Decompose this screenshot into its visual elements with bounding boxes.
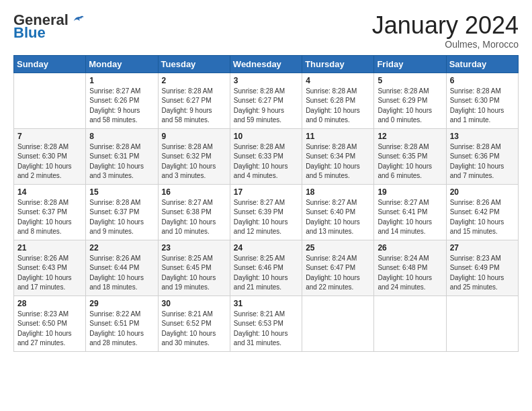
calendar-body: 1Sunrise: 8:27 AM Sunset: 6:26 PM Daylig… (14, 73, 519, 351)
calendar-cell: 10Sunrise: 8:28 AM Sunset: 6:33 PM Dayli… (230, 128, 302, 184)
calendar-cell: 5Sunrise: 8:28 AM Sunset: 6:29 PM Daylig… (374, 73, 446, 128)
calendar-cell: 21Sunrise: 8:26 AM Sunset: 6:43 PM Dayli… (14, 240, 86, 295)
day-number: 10 (234, 132, 298, 141)
page: General Blue January 2024 Oulmes, Morocc… (0, 0, 532, 359)
cell-content: Sunrise: 8:28 AM Sunset: 6:33 PM Dayligh… (234, 142, 298, 181)
calendar-cell (374, 295, 446, 351)
calendar-week-4: 21Sunrise: 8:26 AM Sunset: 6:43 PM Dayli… (14, 240, 519, 295)
calendar-cell: 25Sunrise: 8:24 AM Sunset: 6:47 PM Dayli… (302, 240, 374, 295)
cell-content: Sunrise: 8:27 AM Sunset: 6:38 PM Dayligh… (162, 198, 226, 237)
calendar-cell: 7Sunrise: 8:28 AM Sunset: 6:30 PM Daylig… (14, 128, 86, 184)
day-number: 3 (234, 76, 298, 85)
day-number: 27 (450, 243, 515, 253)
cell-content: Sunrise: 8:22 AM Sunset: 6:51 PM Dayligh… (89, 310, 154, 349)
day-number: 24 (234, 243, 298, 253)
header-friday: Friday (374, 55, 446, 73)
day-number: 26 (378, 243, 442, 253)
calendar-cell: 29Sunrise: 8:22 AM Sunset: 6:51 PM Dayli… (86, 295, 158, 351)
day-number: 25 (306, 243, 370, 253)
day-number: 18 (306, 187, 370, 197)
cell-content: Sunrise: 8:27 AM Sunset: 6:40 PM Dayligh… (306, 198, 370, 237)
calendar-week-2: 7Sunrise: 8:28 AM Sunset: 6:30 PM Daylig… (14, 128, 519, 184)
calendar-week-1: 1Sunrise: 8:27 AM Sunset: 6:26 PM Daylig… (14, 73, 519, 128)
cell-content: Sunrise: 8:26 AM Sunset: 6:43 PM Dayligh… (17, 254, 82, 293)
cell-content: Sunrise: 8:27 AM Sunset: 6:39 PM Dayligh… (234, 198, 298, 237)
cell-content: Sunrise: 8:28 AM Sunset: 6:37 PM Dayligh… (89, 198, 154, 237)
calendar-cell: 23Sunrise: 8:25 AM Sunset: 6:45 PM Dayli… (158, 240, 230, 295)
calendar-cell: 14Sunrise: 8:28 AM Sunset: 6:37 PM Dayli… (14, 184, 86, 240)
calendar-cell: 2Sunrise: 8:28 AM Sunset: 6:27 PM Daylig… (158, 73, 230, 128)
title-block: January 2024 Oulmes, Morocco (372, 12, 519, 50)
cell-content: Sunrise: 8:28 AM Sunset: 6:27 PM Dayligh… (234, 87, 298, 126)
logo: General Blue (13, 12, 85, 40)
logo-bird-icon (70, 12, 85, 27)
calendar-cell: 13Sunrise: 8:28 AM Sunset: 6:36 PM Dayli… (446, 128, 518, 184)
header-sunday: Sunday (14, 55, 86, 73)
calendar-cell (446, 295, 518, 351)
cell-content: Sunrise: 8:21 AM Sunset: 6:53 PM Dayligh… (234, 310, 298, 349)
calendar-cell: 16Sunrise: 8:27 AM Sunset: 6:38 PM Dayli… (158, 184, 230, 240)
calendar-cell (14, 73, 86, 128)
day-number: 23 (162, 243, 226, 253)
cell-content: Sunrise: 8:28 AM Sunset: 6:30 PM Dayligh… (450, 87, 515, 126)
cell-content: Sunrise: 8:26 AM Sunset: 6:42 PM Dayligh… (450, 198, 515, 237)
day-number: 11 (306, 132, 370, 141)
day-number: 4 (306, 76, 370, 85)
calendar-cell: 4Sunrise: 8:28 AM Sunset: 6:28 PM Daylig… (302, 73, 374, 128)
cell-content: Sunrise: 8:27 AM Sunset: 6:26 PM Dayligh… (89, 87, 154, 126)
cell-content: Sunrise: 8:27 AM Sunset: 6:41 PM Dayligh… (378, 198, 442, 237)
cell-content: Sunrise: 8:28 AM Sunset: 6:35 PM Dayligh… (378, 142, 442, 181)
location: Oulmes, Morocco (372, 39, 519, 50)
cell-content: Sunrise: 8:28 AM Sunset: 6:32 PM Dayligh… (162, 142, 226, 181)
calendar-cell: 15Sunrise: 8:28 AM Sunset: 6:37 PM Dayli… (86, 184, 158, 240)
header-row: Sunday Monday Tuesday Wednesday Thursday… (14, 55, 519, 73)
cell-content: Sunrise: 8:21 AM Sunset: 6:52 PM Dayligh… (162, 310, 226, 349)
day-number: 28 (17, 299, 82, 308)
cell-content: Sunrise: 8:28 AM Sunset: 6:31 PM Dayligh… (89, 142, 154, 181)
cell-content: Sunrise: 8:25 AM Sunset: 6:45 PM Dayligh… (162, 254, 226, 293)
day-number: 31 (234, 299, 298, 308)
day-number: 6 (450, 76, 515, 85)
calendar-cell: 22Sunrise: 8:26 AM Sunset: 6:44 PM Dayli… (86, 240, 158, 295)
calendar-cell: 1Sunrise: 8:27 AM Sunset: 6:26 PM Daylig… (86, 73, 158, 128)
calendar-week-3: 14Sunrise: 8:28 AM Sunset: 6:37 PM Dayli… (14, 184, 519, 240)
header-saturday: Saturday (446, 55, 518, 73)
header-tuesday: Tuesday (158, 55, 230, 73)
calendar-cell: 27Sunrise: 8:23 AM Sunset: 6:49 PM Dayli… (446, 240, 518, 295)
month-title: January 2024 (372, 12, 519, 39)
calendar-cell: 26Sunrise: 8:24 AM Sunset: 6:48 PM Dayli… (374, 240, 446, 295)
cell-content: Sunrise: 8:28 AM Sunset: 6:28 PM Dayligh… (306, 87, 370, 126)
cell-content: Sunrise: 8:28 AM Sunset: 6:30 PM Dayligh… (17, 142, 82, 181)
day-number: 15 (89, 187, 154, 197)
day-number: 30 (162, 299, 226, 308)
day-number: 29 (89, 299, 154, 308)
cell-content: Sunrise: 8:28 AM Sunset: 6:37 PM Dayligh… (17, 198, 82, 237)
day-number: 1 (89, 76, 154, 85)
cell-content: Sunrise: 8:28 AM Sunset: 6:27 PM Dayligh… (162, 87, 226, 126)
calendar-cell: 31Sunrise: 8:21 AM Sunset: 6:53 PM Dayli… (230, 295, 302, 351)
cell-content: Sunrise: 8:23 AM Sunset: 6:50 PM Dayligh… (17, 310, 82, 349)
cell-content: Sunrise: 8:25 AM Sunset: 6:46 PM Dayligh… (234, 254, 298, 293)
logo-blue-text: Blue (13, 26, 46, 40)
cell-content: Sunrise: 8:24 AM Sunset: 6:48 PM Dayligh… (378, 254, 442, 293)
day-number: 19 (378, 187, 442, 197)
cell-content: Sunrise: 8:26 AM Sunset: 6:44 PM Dayligh… (89, 254, 154, 293)
calendar-table: Sunday Monday Tuesday Wednesday Thursday… (13, 55, 519, 352)
calendar-cell: 8Sunrise: 8:28 AM Sunset: 6:31 PM Daylig… (86, 128, 158, 184)
cell-content: Sunrise: 8:23 AM Sunset: 6:49 PM Dayligh… (450, 254, 515, 293)
cell-content: Sunrise: 8:28 AM Sunset: 6:36 PM Dayligh… (450, 142, 515, 181)
calendar-cell: 6Sunrise: 8:28 AM Sunset: 6:30 PM Daylig… (446, 73, 518, 128)
cell-content: Sunrise: 8:28 AM Sunset: 6:29 PM Dayligh… (378, 87, 442, 126)
calendar-cell (302, 295, 374, 351)
day-number: 8 (89, 132, 154, 141)
cell-content: Sunrise: 8:28 AM Sunset: 6:34 PM Dayligh… (306, 142, 370, 181)
header: General Blue January 2024 Oulmes, Morocc… (13, 12, 519, 50)
calendar-cell: 19Sunrise: 8:27 AM Sunset: 6:41 PM Dayli… (374, 184, 446, 240)
day-number: 12 (378, 132, 442, 141)
day-number: 20 (450, 187, 515, 197)
calendar-cell: 11Sunrise: 8:28 AM Sunset: 6:34 PM Dayli… (302, 128, 374, 184)
header-wednesday: Wednesday (230, 55, 302, 73)
calendar-cell: 24Sunrise: 8:25 AM Sunset: 6:46 PM Dayli… (230, 240, 302, 295)
calendar-cell: 12Sunrise: 8:28 AM Sunset: 6:35 PM Dayli… (374, 128, 446, 184)
calendar-cell: 17Sunrise: 8:27 AM Sunset: 6:39 PM Dayli… (230, 184, 302, 240)
